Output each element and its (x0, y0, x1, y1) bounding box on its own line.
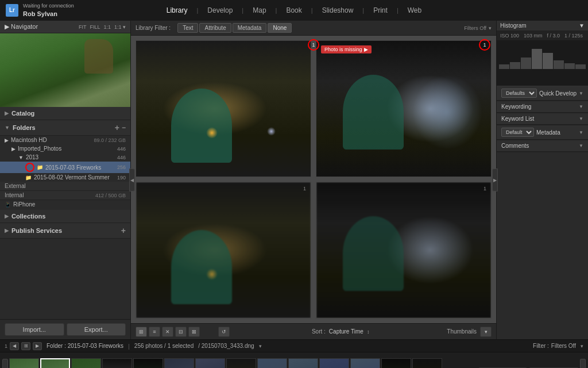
nav-develop[interactable]: Develop (205, 5, 235, 16)
film-thumb-13[interactable] (381, 358, 411, 369)
publish-services-section[interactable]: ▶ Publish Services + (0, 223, 130, 239)
collections-label: Collections (11, 213, 45, 220)
histogram-header[interactable]: Histogram ▼ (497, 21, 588, 31)
presets-select[interactable]: Defaults (501, 89, 537, 98)
film-thumb-11[interactable] (319, 358, 349, 369)
loupe-view-btn[interactable]: ≡ (149, 327, 160, 337)
film-thumb-9[interactable] (257, 358, 287, 369)
survey-view-btn[interactable]: ⊟ (175, 327, 187, 337)
folder-icon: ▶ (11, 146, 16, 152)
grid-view-btn[interactable]: ⊞ (136, 327, 147, 337)
filter-tab-text[interactable]: Text (177, 23, 198, 33)
internal-drive-header[interactable]: Internal 412 / 500 GB (0, 191, 130, 200)
quick-develop-header[interactable]: Defaults Quick Develop ▼ (497, 86, 588, 101)
collections-section[interactable]: ▶ Collections (0, 210, 130, 223)
keyword-list-header[interactable]: Keyword List ▼ (497, 113, 588, 125)
sort-value[interactable]: Capture Time (329, 328, 363, 335)
status-prev-btn[interactable]: ◀ (10, 342, 19, 350)
nav-library[interactable]: Library (164, 5, 190, 16)
filter-tab-metadata[interactable]: Metadata (233, 23, 267, 33)
connection-status: Waiting for connection (23, 3, 74, 10)
film-thumb-4[interactable] (102, 358, 132, 369)
status-nav: 1 ◀ ⊞ ▶ (5, 342, 42, 350)
folder-macintosh-hd[interactable]: ▶ Macintosh HD 89.0 / 232 GB (0, 136, 130, 144)
folders-header[interactable]: ▼ Folders + − (0, 120, 130, 136)
filmstrip-scroll-left[interactable]: ◀ (2, 359, 8, 369)
photo-3 (136, 182, 311, 318)
quick-develop-label: Quick Develop (539, 90, 577, 97)
folder-fireworks[interactable]: 📁 2015-07-03 Fireworks 256 (0, 162, 130, 173)
film-thumb-12[interactable] (350, 358, 380, 369)
filmstrip: ◀ Sync Metadata Sync Settings... ▶ (0, 352, 588, 368)
status-file-arrow[interactable]: ▾ (259, 343, 262, 349)
nav-slideshow[interactable]: Slideshow (320, 5, 356, 16)
import-button[interactable]: Import... (5, 323, 64, 336)
compare-view-btn[interactable]: ✕ (162, 327, 173, 337)
film-thumb-6[interactable] (164, 358, 194, 369)
filter-label: Library Filter : (136, 25, 171, 31)
keyword-list-toggle[interactable]: ▼ (579, 116, 583, 121)
nav-book[interactable]: Book (284, 5, 304, 16)
bottom-buttons: Import... Export... (0, 319, 130, 339)
histogram-toggle[interactable]: ▼ (579, 22, 585, 29)
film-thumb-5[interactable] (133, 358, 163, 369)
grid-cell-3[interactable]: 1 (136, 182, 311, 319)
film-thumb-7[interactable] (195, 358, 225, 369)
left-panel-toggle[interactable]: ◀ (129, 168, 135, 191)
navigator-label: ▶ Navigator (5, 23, 38, 30)
filter-tab-none[interactable]: None (268, 23, 292, 33)
keywording-header[interactable]: Keywording ▼ (497, 101, 588, 113)
export-button[interactable]: Export... (67, 323, 126, 336)
right-panel-toggle[interactable]: ▶ (492, 168, 498, 191)
comments-label: Comments (501, 143, 529, 149)
imported-photos-label: Imported_Photos (18, 145, 61, 152)
histogram-area (497, 40, 588, 86)
status-next-btn[interactable]: ▶ (33, 342, 42, 350)
film-thumb-2[interactable] (40, 358, 70, 369)
cell-3-indicator: 1 (303, 186, 306, 191)
film-thumb-10[interactable] (288, 358, 318, 369)
filter-value[interactable]: Filters Off (551, 343, 576, 349)
metadata-preset-select[interactable]: Default (501, 128, 534, 137)
catalog-label: Catalog (11, 110, 34, 117)
navigator-header[interactable]: ▶ Navigator FIT FILL 1:1 1:1 ▾ (0, 21, 130, 33)
navigator-preview (0, 33, 130, 107)
filmstrip-scroll-right[interactable]: ▶ (580, 359, 586, 369)
people-view-btn[interactable]: ⊠ (188, 327, 200, 337)
exif-focal: 103 mm (524, 33, 543, 39)
grid-cell-1[interactable] (136, 40, 311, 177)
folders-add-btn[interactable]: + (115, 123, 119, 132)
comments-toggle[interactable]: ▼ (579, 143, 583, 148)
film-thumb-14[interactable] (412, 358, 442, 369)
folders-minus-btn[interactable]: − (122, 124, 126, 132)
film-thumb-8[interactable] (226, 358, 256, 369)
film-thumb-3[interactable] (71, 358, 101, 369)
nav-map[interactable]: Map (250, 5, 268, 16)
filter-dropdown[interactable]: ▾ (581, 343, 583, 349)
folder-2013[interactable]: ▼ 2013 446 (0, 153, 130, 162)
metadata-toggle[interactable]: ▼ (579, 130, 583, 135)
folder-imported-photos[interactable]: ▶ Imported_Photos 446 (0, 144, 130, 153)
status-grid-btn[interactable]: ⊞ (21, 342, 30, 350)
keywording-toggle[interactable]: ▼ (579, 104, 583, 109)
external-drive-header[interactable]: External (0, 182, 130, 191)
catalog-section[interactable]: ▶ Catalog (0, 107, 130, 120)
film-thumb-1[interactable] (9, 358, 39, 369)
thumbnails-size-btn[interactable]: ▾ (480, 327, 492, 337)
metadata-header[interactable]: Default Metadata ▼ (497, 125, 588, 140)
comments-header[interactable]: Comments ▼ (497, 140, 588, 152)
filter-tab-attribute[interactable]: Attribute (199, 23, 231, 33)
nav-web[interactable]: Web (405, 5, 424, 16)
grid-cell-2[interactable]: Photo is missing ▶ (316, 40, 492, 177)
folder-2013-count: 446 (117, 155, 126, 160)
rotate-btn[interactable]: ↺ (218, 327, 230, 337)
publish-add-btn[interactable]: + (121, 226, 126, 235)
folder-riphone[interactable]: 📱 RiPhone (0, 200, 130, 209)
folder-vermont[interactable]: 📁 2015-08-02 Vermont Summer 190 (0, 173, 130, 182)
nav-print[interactable]: Print (371, 5, 390, 16)
sort-direction[interactable]: ↕ (367, 329, 370, 335)
top-nav: Library | Develop | Map | Book | Slidesh… (164, 5, 424, 16)
qd-toggle[interactable]: ▼ (579, 91, 583, 96)
grid-cell-4[interactable]: 1 (316, 182, 492, 319)
folder-2013-label: 2013 (26, 154, 38, 160)
